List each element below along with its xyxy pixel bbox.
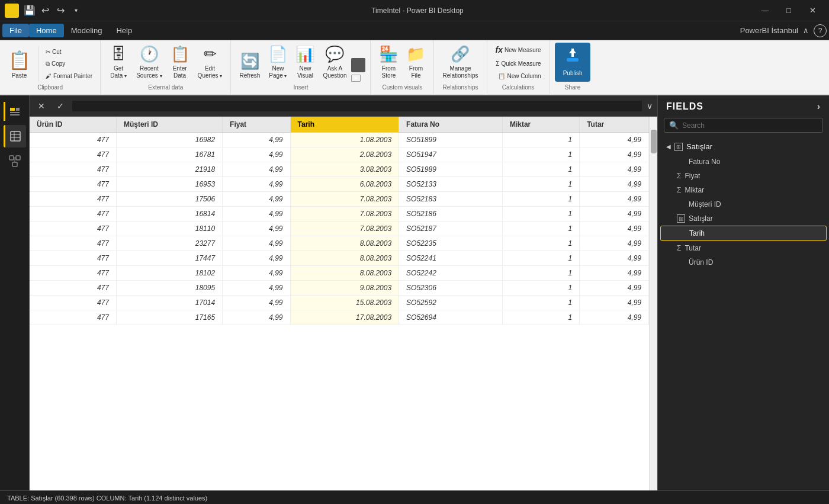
menu-help[interactable]: Help [109, 24, 139, 37]
table-cell: 4,99 [223, 147, 290, 162]
field-item-satışlar[interactable]: ⊞Satışlar [660, 211, 827, 226]
table-scrollbar[interactable] [649, 117, 657, 490]
table-cell: 9.08.2003 [290, 281, 399, 296]
copy-button[interactable]: ⧉ Copy [43, 59, 95, 69]
col-header-tutar[interactable]: Tutar [580, 117, 649, 133]
table-cell: 477 [30, 310, 116, 325]
menu-home[interactable]: Home [29, 24, 64, 37]
table-cell: SO51899 [399, 133, 503, 147]
col-header-urun-id[interactable]: Ürün ID [30, 117, 116, 133]
menu-file[interactable]: File [2, 24, 29, 37]
svg-marker-6 [569, 49, 576, 53]
cut-button[interactable]: ✂ Cut [43, 47, 95, 56]
col-header-tarih[interactable]: Tarih [290, 117, 399, 133]
field-item-fiyat[interactable]: ΣFiyat [660, 169, 827, 183]
paste-button[interactable]: 📋 Paste [5, 46, 34, 82]
new-page-button[interactable]: 📄 NewPage ▾ [265, 43, 291, 82]
table-cell: 4,99 [223, 310, 290, 325]
col-header-musteri-id[interactable]: Müşteri ID [116, 117, 222, 133]
new-column-button[interactable]: 📋 New Column [494, 70, 544, 82]
field-item-fatura-no[interactable]: Fatura No [660, 155, 827, 169]
maximize-button[interactable]: □ [777, 0, 801, 21]
save-icon[interactable]: 💾 [24, 5, 36, 16]
from-store-button[interactable]: 🏪 FromStore [375, 43, 401, 82]
table-cell: 1 [502, 207, 579, 221]
col-header-fatura-no[interactable]: Fatura No [399, 117, 503, 133]
more-visuals-dropdown[interactable]: ▾ [351, 75, 361, 82]
formula-cancel-button[interactable]: ✕ [34, 99, 49, 113]
field-item-miktar[interactable]: ΣMiktar [660, 183, 827, 197]
external-data-label: External data [105, 82, 226, 92]
new-measure-button[interactable]: fx New Measure [492, 43, 545, 57]
table-cell: 4,99 [223, 177, 290, 192]
sidebar-item-table[interactable] [4, 125, 26, 147]
table-cell: 18102 [116, 266, 222, 281]
fields-expand-icon[interactable]: › [817, 101, 821, 112]
field-name: Fatura No [689, 158, 720, 166]
fields-search-input[interactable] [682, 121, 818, 130]
quick-measure-button[interactable]: Σ Quick Measure [492, 58, 544, 69]
formula-confirm-button[interactable]: ✓ [53, 99, 68, 113]
from-file-icon: 📁 [406, 45, 425, 63]
data-table: Ürün ID Müşteri ID Fiyat Tarih Fatura No… [30, 117, 649, 325]
table-row: 477171654,9917.08.2003SO5269414,99 [30, 310, 649, 325]
table-cell: 4,99 [223, 266, 290, 281]
field-item-tarih[interactable]: Tarih [660, 226, 827, 241]
history-controls[interactable]: 💾 ↩ ↪ ▾ [24, 5, 82, 16]
enter-data-button[interactable]: 📋 EnterData [167, 43, 193, 82]
refresh-button[interactable]: 🔄 Refresh [236, 46, 264, 82]
get-data-button[interactable]: 🗄 GetData ▾ [105, 43, 131, 82]
close-button[interactable]: ✕ [801, 0, 824, 21]
field-group-satislar[interactable]: ◀ ⊞ Satışlar [660, 139, 827, 155]
table-grid-icon: ⊞ [674, 143, 683, 151]
relationships-label: Relationships [439, 82, 481, 92]
recent-sources-icon: 🕐 [140, 45, 159, 63]
table-cell: 4,99 [223, 207, 290, 221]
new-column-icon: 📋 [498, 73, 505, 79]
scrollbar-thumb[interactable] [651, 130, 657, 153]
edit-queries-button[interactable]: ✏ EditQueries ▾ [194, 43, 226, 82]
table-cell: 1 [502, 177, 579, 192]
field-item-müşteri-id[interactable]: Müşteri ID [660, 197, 827, 211]
undo-icon[interactable]: ↩ [39, 5, 51, 16]
recent-sources-button[interactable]: 🕐 RecentSources ▾ [133, 43, 165, 82]
dropdown-arrow-icon[interactable]: ▾ [70, 7, 82, 14]
ask-question-button[interactable]: 💬 Ask AQuestion [319, 43, 350, 82]
table-cell: 477 [30, 133, 116, 147]
manage-relationships-button[interactable]: 🔗 ManageRelationships [439, 43, 481, 82]
redo-icon[interactable]: ↪ [54, 5, 66, 16]
formula-bar-input[interactable] [72, 101, 642, 111]
table-row: 477181104,997.08.2003SO5218714,99 [30, 221, 649, 236]
field-item-ürün-id[interactable]: Ürün ID [660, 255, 827, 269]
window-controls[interactable]: — □ ✕ [753, 0, 824, 21]
sidebar-item-model[interactable] [4, 150, 26, 172]
table-cell: 18095 [116, 281, 222, 296]
new-visual-button[interactable]: 📊 NewVisual [292, 43, 318, 82]
svg-rect-8 [10, 112, 20, 113]
table-cell: 4,99 [223, 133, 290, 147]
field-name: Müşteri ID [689, 200, 721, 208]
data-table-wrapper[interactable]: Ürün ID Müşteri ID Fiyat Tarih Fatura No… [30, 117, 657, 490]
fields-title: FIELDS [666, 101, 703, 112]
branding-chevron-icon[interactable]: ∧ [803, 26, 809, 35]
formula-expand-button[interactable]: ∨ [647, 101, 653, 111]
sidebar-item-report[interactable] [4, 100, 26, 123]
from-file-button[interactable]: 📁 FromFile [403, 43, 429, 82]
col-header-miktar[interactable]: Miktar [502, 117, 579, 133]
table-cell: 1 [502, 192, 579, 207]
svg-rect-2 [12, 7, 14, 15]
field-item-tutar[interactable]: ΣTutar [660, 241, 827, 255]
ribbon-group-clipboard: 📋 Paste ✂ Cut ⧉ Copy 🖌 Format Painter [0, 40, 101, 94]
help-button[interactable]: ? [814, 24, 827, 37]
minimize-button[interactable]: — [753, 0, 777, 21]
col-header-fiyat[interactable]: Fiyat [223, 117, 290, 133]
ribbon: 📋 Paste ✂ Cut ⧉ Copy 🖌 Format Painter [0, 40, 829, 95]
format-painter-button[interactable]: 🖌 Format Painter [43, 72, 95, 81]
more-visuals-button[interactable] [351, 58, 365, 72]
table-row: 477170144,9915.08.2003SO5259214,99 [30, 296, 649, 310]
app-body: ✕ ✓ ∨ Ürün ID Müşteri ID Fiyat Tarih [0, 95, 829, 490]
table-cell: 4,99 [580, 296, 649, 310]
fields-header: FIELDS › [658, 95, 829, 118]
publish-button[interactable]: Publish [555, 43, 591, 82]
menu-modeling[interactable]: Modeling [64, 24, 110, 37]
